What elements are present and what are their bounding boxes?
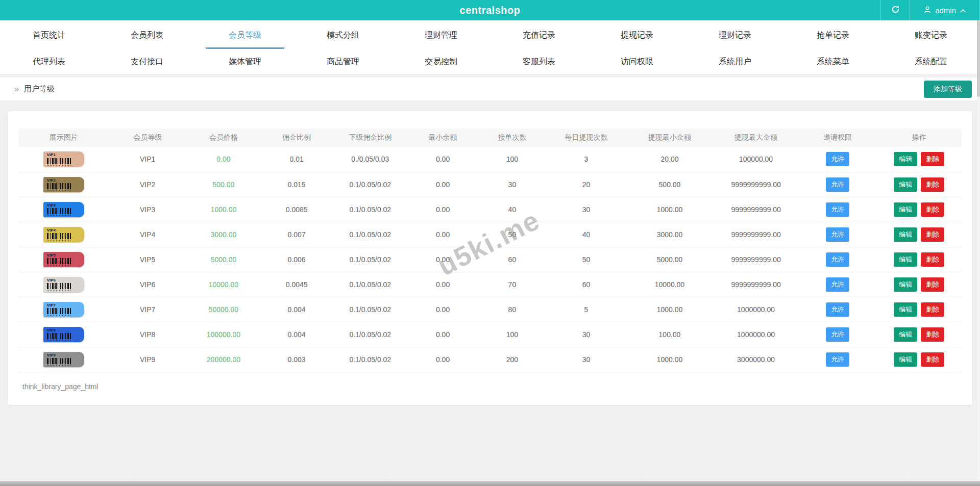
breadcrumb: » 用户等级	[14, 84, 55, 94]
barcode-graphic	[47, 208, 71, 214]
barcode-microtext	[47, 190, 71, 191]
add-level-button[interactable]: 添加等级	[924, 81, 972, 98]
nav-tab[interactable]: 提现记录	[588, 20, 686, 50]
cell-operations: 编辑删除	[877, 322, 962, 347]
nav-tab[interactable]: 交易控制	[392, 50, 490, 74]
edit-button[interactable]: 编辑	[894, 152, 917, 166]
cell-sub-commission: 0.1/0.05/0.02	[332, 197, 408, 222]
cell-level: VIP8	[109, 322, 186, 347]
nav-tab[interactable]: 代理列表	[0, 50, 98, 74]
nav-tab[interactable]: 首页统计	[0, 20, 98, 50]
delete-button[interactable]: 删除	[921, 202, 944, 217]
nav-tab[interactable]: 充值记录	[490, 20, 588, 50]
nav-tab[interactable]: 商品管理	[294, 50, 392, 74]
cell-daily-withdraw-count: 30	[547, 347, 626, 372]
barcode-graphic	[47, 308, 71, 314]
content-card: 展示图片会员等级会员价格佣金比例下级佣金比例最小余额接单次数每日提现次数提现最小…	[8, 111, 972, 405]
allow-button[interactable]: 允许	[826, 327, 849, 342]
nav-tab[interactable]: 理财记录	[686, 20, 784, 50]
vip-badge-label: VIP3	[47, 203, 84, 208]
delete-button[interactable]: 删除	[921, 277, 944, 292]
allow-button[interactable]: 允许	[826, 352, 849, 367]
allow-button[interactable]: 允许	[826, 302, 849, 317]
nav-tab[interactable]: 模式分组	[294, 20, 392, 50]
user-menu[interactable]: admin	[910, 0, 979, 20]
cell-order-count: 200	[478, 347, 547, 372]
table-row: VIP2 VIP2 500.00 0.015 0.1/0.05/0.02 0.0…	[18, 172, 962, 197]
nav-tab[interactable]: 系统菜单	[784, 50, 882, 74]
barcode-graphic	[47, 158, 71, 164]
cell-sub-commission: 0./0.05/0.03	[332, 147, 408, 172]
cell-withdraw-max: 9999999999.00	[714, 272, 798, 297]
nav-tab[interactable]: 媒体管理	[196, 50, 294, 74]
nav-tab[interactable]: 会员等级	[196, 20, 294, 50]
cell-invite-permission: 允许	[798, 272, 876, 297]
cell-image: VIP8	[18, 322, 109, 347]
cell-operations: 编辑删除	[877, 172, 962, 197]
footer-text: think_library_page_html	[22, 382, 958, 391]
vip-badge-label: VIP2	[47, 178, 84, 183]
delete-button[interactable]: 删除	[921, 152, 944, 166]
cell-order-count: 100	[478, 147, 547, 172]
edit-button[interactable]: 编辑	[894, 252, 917, 267]
column-header: 邀请权限	[798, 129, 876, 147]
table-row: VIP4 VIP4 3000.00 0.007 0.1/0.05/0.02 0.…	[18, 222, 962, 247]
vip-badge-image: VIP3	[43, 202, 84, 217]
nav-tab[interactable]: 访问权限	[588, 50, 686, 74]
cell-daily-withdraw-count: 30	[547, 197, 626, 222]
edit-button[interactable]: 编辑	[894, 352, 917, 367]
cell-level: VIP4	[109, 222, 186, 247]
cell-invite-permission: 允许	[798, 197, 876, 222]
allow-button[interactable]: 允许	[826, 252, 849, 267]
vip-badge-image: VIP6	[43, 277, 84, 292]
app-title: centralshop	[460, 5, 521, 16]
cell-daily-withdraw-count: 50	[547, 247, 626, 272]
allow-button[interactable]: 允许	[826, 152, 849, 166]
allow-button[interactable]: 允许	[826, 177, 849, 192]
cell-min-balance: 0.00	[408, 347, 478, 372]
cell-price: 3000.00	[186, 222, 261, 247]
edit-button[interactable]: 编辑	[894, 202, 917, 217]
allow-button[interactable]: 允许	[826, 277, 849, 292]
nav-tab[interactable]: 客服列表	[490, 50, 588, 74]
vip-badge-label: VIP4	[47, 228, 84, 233]
cell-sub-commission: 0.1/0.05/0.02	[332, 347, 408, 372]
cell-image: VIP9	[18, 347, 109, 372]
edit-button[interactable]: 编辑	[894, 227, 917, 242]
nav-tab[interactable]: 抢单记录	[784, 20, 882, 50]
main-navigation: 首页统计会员列表会员等级模式分组理财管理充值记录提现记录理财记录抢单记录账变记录…	[0, 20, 980, 74]
nav-tab[interactable]: 会员列表	[98, 20, 196, 50]
cell-level: VIP3	[109, 197, 186, 222]
nav-tab[interactable]: 支付接口	[98, 50, 196, 74]
cell-min-balance: 0.00	[408, 272, 478, 297]
edit-button[interactable]: 编辑	[894, 302, 917, 317]
cell-price: 5000.00	[186, 247, 261, 272]
cell-image: VIP7	[18, 297, 109, 322]
refresh-button[interactable]	[881, 0, 910, 20]
barcode-microtext	[47, 215, 71, 216]
delete-button[interactable]: 删除	[921, 352, 944, 367]
edit-button[interactable]: 编辑	[894, 277, 917, 292]
breadcrumb-chevrons-icon: »	[14, 85, 19, 94]
delete-button[interactable]: 删除	[921, 302, 944, 317]
breadcrumb-label: 用户等级	[24, 84, 55, 94]
edit-button[interactable]: 编辑	[894, 327, 917, 342]
scrollbar-thumb[interactable]	[977, 20, 980, 97]
nav-tab[interactable]: 理财管理	[392, 20, 490, 50]
edit-button[interactable]: 编辑	[894, 177, 917, 192]
cell-commission: 0.003	[261, 347, 332, 372]
allow-button[interactable]: 允许	[826, 227, 849, 242]
cell-daily-withdraw-count: 40	[547, 222, 626, 247]
nav-tab[interactable]: 账变记录	[882, 20, 980, 50]
nav-tab[interactable]: 系统用户	[686, 50, 784, 74]
column-header: 提现最大金额	[714, 129, 798, 147]
table-row: VIP6 VIP6 10000.00 0.0045 0.1/0.05/0.02 …	[18, 272, 962, 297]
nav-tab[interactable]: 系统配置	[882, 50, 980, 74]
cell-withdraw-max: 100000.00	[714, 147, 798, 172]
delete-button[interactable]: 删除	[921, 177, 944, 192]
delete-button[interactable]: 删除	[921, 227, 944, 242]
allow-button[interactable]: 允许	[826, 202, 849, 217]
delete-button[interactable]: 删除	[921, 252, 944, 267]
cell-daily-withdraw-count: 30	[547, 322, 626, 347]
delete-button[interactable]: 删除	[921, 327, 944, 342]
